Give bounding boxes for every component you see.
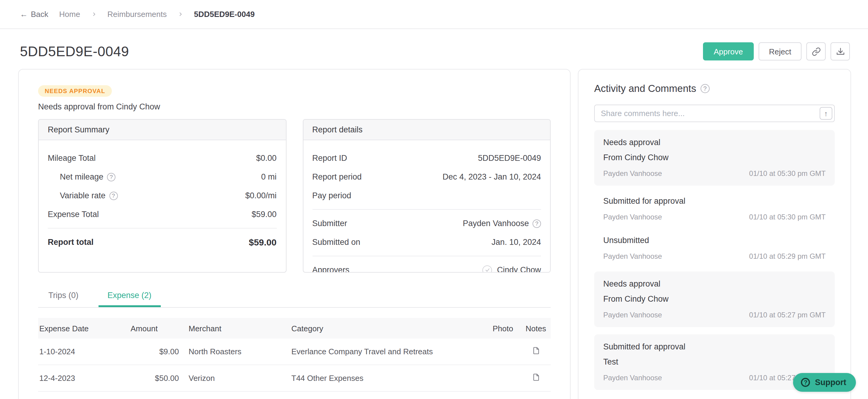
activity-time: 01/10 at 05:30 pm GMT [749, 169, 826, 178]
link-icon [811, 47, 820, 56]
summary-row-mileage-total: Mileage Total $0.00 [48, 149, 277, 167]
status-message: Needs approval from Cindy Chow [38, 102, 551, 111]
details-row-approvers: Approvers Cindy Chow [312, 260, 541, 273]
details-row-report-period: Report period Dec 4, 2023 - Jan 10, 2024 [312, 167, 541, 186]
report-summary-card: Report Summary Mileage Total $0.00 Net m… [38, 119, 286, 273]
col-expense-date: Expense Date [38, 324, 125, 333]
arrow-up-icon: ↑ [824, 109, 828, 118]
comment-input[interactable] [594, 104, 835, 122]
note-document-icon[interactable] [532, 346, 540, 355]
details-row-pay-period: Pay period [312, 186, 541, 205]
activity-item: Submitted for approval Payden Vanhoose 0… [594, 193, 835, 225]
tab-expense[interactable]: Expense (2) [98, 287, 161, 307]
activity-user: Payden Vanhoose [603, 252, 662, 260]
report-tabs: Trips (0) Expense (2) [38, 287, 551, 308]
help-icon[interactable]: ? [107, 173, 116, 181]
top-bar: ← Back Home Reimbursements 5DD5ED9E-0049 [0, 0, 868, 29]
reject-button[interactable]: Reject [758, 42, 802, 60]
col-category: Category [291, 324, 485, 333]
activity-user: Payden Vanhoose [603, 374, 662, 382]
approver-name: Cindy Chow [497, 266, 541, 273]
activity-panel: Activity and Comments ? ↑ Needs approval… [578, 69, 851, 399]
table-row[interactable]: 1-10-2024 $9.00 North Roasters Everlance… [38, 339, 551, 365]
back-button[interactable]: ← Back [20, 10, 49, 19]
summary-row-variable-rate: Variable rate? $0.00/mi [48, 186, 277, 205]
activity-user: Payden Vanhoose [603, 169, 662, 178]
breadcrumb-reimbursements[interactable]: Reimbursements [107, 10, 167, 19]
col-amount: Amount [125, 324, 179, 333]
activity-title: Activity and Comments ? [594, 83, 835, 94]
summary-row-report-total: Report total $59.00 [48, 233, 277, 251]
activity-time: 01/10 at 05:29 pm GMT [749, 252, 826, 260]
back-arrow-icon: ← [20, 10, 28, 19]
page-head: 5DD5ED9E-0049 Approve Reject [0, 29, 868, 60]
activity-time: 01/10 at 05:30 pm GMT [749, 213, 826, 221]
help-icon[interactable]: ? [532, 219, 541, 227]
back-label: Back [31, 10, 49, 19]
copy-link-button[interactable] [806, 42, 826, 60]
breadcrumb-home[interactable]: Home [59, 10, 80, 19]
details-row-submitted-on: Submitted on Jan. 10, 2024 [312, 233, 541, 251]
tab-trips[interactable]: Trips (0) [39, 287, 88, 307]
expense-table-header: Expense Date Amount Merchant Category Ph… [38, 318, 551, 339]
divider [312, 209, 541, 210]
help-icon[interactable]: ? [109, 191, 118, 200]
chevron-right-icon [91, 11, 96, 17]
approve-button[interactable]: Approve [703, 42, 754, 60]
download-icon [836, 47, 845, 56]
note-document-icon[interactable] [532, 373, 540, 381]
activity-time: 01/10 at 05:27 pm GMT [749, 311, 826, 319]
header-actions: Approve Reject [703, 42, 850, 60]
download-button[interactable] [831, 42, 850, 60]
support-button[interactable]: ? Support [793, 373, 856, 392]
col-photo: Photo [485, 324, 521, 333]
question-circle-icon: ? [801, 378, 810, 387]
summary-row-net-mileage: Net mileage? 0 mi [48, 167, 277, 186]
activity-item: Needs approval From Cindy Chow Payden Va… [594, 130, 835, 186]
divider [312, 256, 541, 256]
report-summary-title: Report Summary [39, 120, 286, 140]
send-comment-button[interactable]: ↑ [819, 107, 832, 120]
comment-box: ↑ [594, 104, 835, 122]
page-title: 5DD5ED9E-0049 [20, 43, 129, 60]
chevron-right-icon [178, 11, 183, 17]
activity-user: Payden Vanhoose [603, 311, 662, 319]
col-merchant: Merchant [189, 324, 291, 333]
report-card: NEEDS APPROVAL Needs approval from Cindy… [18, 69, 570, 399]
breadcrumb-current: 5DD5ED9E-0049 [194, 10, 255, 19]
table-footer-count: Showing 2 out of 2 [38, 392, 551, 399]
report-details-title: Report details [303, 120, 550, 140]
divider [48, 228, 277, 228]
report-details-card: Report details Report ID 5DD5ED9E-0049 R… [303, 119, 551, 273]
status-badge: NEEDS APPROVAL [38, 85, 112, 97]
support-label: Support [815, 378, 846, 387]
col-notes: Notes [521, 324, 551, 333]
activity-feed: Needs approval From Cindy Chow Payden Va… [594, 130, 835, 390]
summary-row-expense-total: Expense Total $59.00 [48, 205, 277, 224]
help-icon[interactable]: ? [700, 84, 709, 93]
details-row-report-id: Report ID 5DD5ED9E-0049 [312, 149, 541, 167]
activity-item: Needs approval From Cindy Chow Payden Va… [594, 271, 835, 327]
expense-table: Expense Date Amount Merchant Category Ph… [38, 318, 551, 399]
details-row-submitter: Submitter Payden Vanhoose? [312, 214, 541, 233]
activity-item: Unsubmitted Payden Vanhoose 01/10 at 05:… [594, 232, 835, 264]
check-circle-icon [483, 265, 492, 273]
activity-user: Payden Vanhoose [603, 213, 662, 221]
table-row[interactable]: 12-4-2023 $50.00 Verizon T44 Other Expen… [38, 365, 551, 392]
